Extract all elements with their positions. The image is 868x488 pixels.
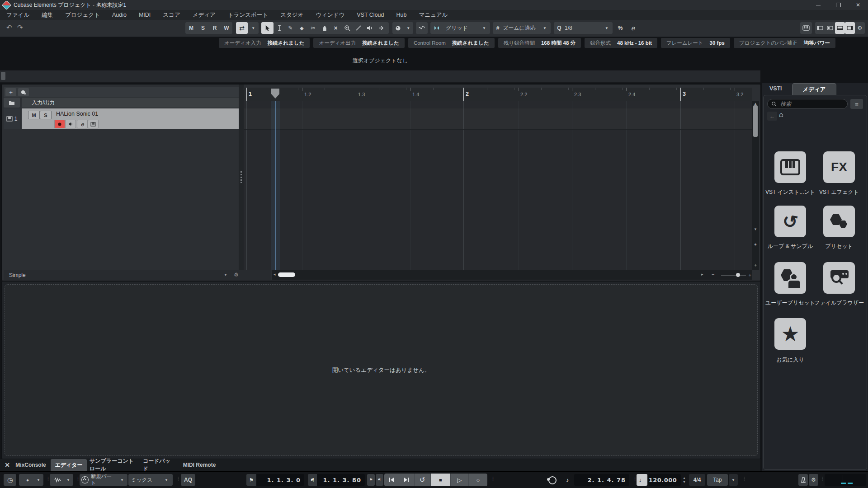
tile-vst-instruments[interactable] xyxy=(774,151,806,183)
grid-type-dropdown-icon[interactable]: ▼ xyxy=(539,22,551,34)
stop-button[interactable]: ■ xyxy=(431,474,451,486)
tempo-track-icon[interactable]: ♩ xyxy=(637,474,647,486)
curve-toggle-icon[interactable] xyxy=(416,22,428,34)
menu-hub[interactable]: Hub xyxy=(396,12,407,18)
tile-vst-effects[interactable]: FX xyxy=(823,151,855,183)
snap-toggle-icon[interactable] xyxy=(430,22,443,34)
back-arrow-icon[interactable]: ← xyxy=(767,112,777,121)
track-settings-gear-icon[interactable]: ⚙ xyxy=(234,272,239,278)
status-control-room[interactable]: Control Room接続されました xyxy=(408,38,495,48)
close-lower-zone-icon[interactable]: ✕ xyxy=(3,459,12,471)
tap-tempo-button[interactable]: Tap xyxy=(707,474,728,486)
list-view-icon[interactable]: ≡ xyxy=(850,99,863,109)
close-button[interactable]: ✕ xyxy=(848,0,868,10)
menu-window[interactable]: ウィンドウ xyxy=(316,11,344,19)
write-automation-button[interactable]: W xyxy=(221,22,232,34)
track-preset-button[interactable] xyxy=(18,88,29,96)
draw-tool-icon[interactable]: ✎ xyxy=(285,22,296,34)
metronome-button[interactable] xyxy=(798,474,808,486)
window-setup-gear-icon[interactable]: ⚙ xyxy=(855,22,865,34)
track-monitor-button[interactable] xyxy=(65,120,76,128)
autoscroll-dropdown-icon[interactable]: ▼ xyxy=(248,22,259,34)
right-locator-display[interactable]: 1. 1. 3. 80 xyxy=(317,474,365,486)
mute-all-button[interactable]: M xyxy=(185,22,197,34)
time-signature-display[interactable]: 4/4 xyxy=(689,474,705,486)
tab-sampler-control[interactable]: サンプラーコントロール xyxy=(90,459,137,471)
track-preset-name[interactable]: Simple xyxy=(9,272,26,278)
left-locator-display[interactable]: 1. 1. 3. 0 xyxy=(256,474,304,486)
bottom-zone-toggle-icon[interactable] xyxy=(835,22,845,34)
zoom-tool-icon[interactable] xyxy=(341,22,353,34)
event-display-area[interactable] xyxy=(244,101,752,270)
quantize-panel-icon[interactable]: e xyxy=(627,22,638,34)
media-search-box[interactable] xyxy=(767,99,848,109)
tab-media[interactable]: メディア xyxy=(792,83,836,95)
tile-loops-samples[interactable]: ↺ xyxy=(774,206,806,237)
solo-all-button[interactable]: S xyxy=(197,22,209,34)
range-tool-icon[interactable] xyxy=(274,22,285,34)
menu-score[interactable]: スコア xyxy=(163,11,180,19)
punch-in-button[interactable]: ⚑ xyxy=(367,474,375,486)
left-locator-flag-icon[interactable]: ⚑ xyxy=(246,474,256,486)
snap-type-value[interactable]: グリッド xyxy=(443,22,478,34)
scroll-left-icon[interactable]: ◂ xyxy=(274,272,276,277)
strip-handle[interactable] xyxy=(1,72,5,80)
add-track-button[interactable]: ＋ xyxy=(5,88,16,96)
read-automation-button[interactable]: R xyxy=(209,22,221,34)
menu-studio[interactable]: スタジオ xyxy=(280,11,303,19)
status-audio-input[interactable]: オーディオ入力接続されました xyxy=(219,38,310,48)
onscreen-keyboard-icon[interactable] xyxy=(800,22,812,34)
search-input[interactable] xyxy=(779,100,835,108)
midi-record-style-group[interactable]: ミックス ▼ xyxy=(128,474,173,486)
track-edit-button[interactable]: e xyxy=(77,120,88,128)
vertical-zoom-knob[interactable]: ● xyxy=(752,242,759,247)
menu-midi[interactable]: MIDI xyxy=(139,12,151,18)
horizontal-scroll-thumb[interactable] xyxy=(278,272,295,277)
scroll-down-icon[interactable]: ▼ xyxy=(752,227,759,231)
track-solo-button[interactable]: S xyxy=(40,111,52,119)
audio-mode-dropdown-icon[interactable]: ▼ xyxy=(65,478,72,482)
status-record-time[interactable]: 残り録音時間168 時間 48 分 xyxy=(498,38,581,48)
go-to-start-button[interactable] xyxy=(384,474,399,486)
snap-type-dropdown-icon[interactable]: ▼ xyxy=(478,22,490,34)
color-menu-dropdown-icon[interactable]: ▼ xyxy=(403,22,413,34)
swing-icon[interactable]: % xyxy=(615,22,626,34)
grid-type-value[interactable]: ズームに適応 xyxy=(503,22,539,34)
horizontal-zoom-slider[interactable] xyxy=(721,275,746,276)
auto-quantize-button[interactable]: AQ xyxy=(181,474,195,486)
status-record-format[interactable]: 録音形式48 kHz - 16 bit xyxy=(585,38,657,48)
play-tool-icon[interactable] xyxy=(364,22,375,34)
timeline-ruler[interactable]: 1 1.2 1.3 1.4 2 2.2 2.3 2.4 3 3.2 xyxy=(244,88,752,101)
midi-record-mode-group[interactable]: 新規パート ▼ xyxy=(80,474,127,486)
menu-audio[interactable]: Audio xyxy=(112,12,127,18)
preset-dropdown-icon[interactable]: ▼ xyxy=(224,273,227,277)
tracklist-splitter[interactable] xyxy=(239,84,244,280)
status-audio-output[interactable]: オーディオ出力接続されました xyxy=(313,38,404,48)
cycle-button[interactable]: ↺ xyxy=(415,474,431,486)
menu-file[interactable]: ファイル xyxy=(6,11,29,19)
retrospective-record-icon[interactable] xyxy=(547,475,557,485)
track-name[interactable]: HALion Sonic 01 xyxy=(56,111,98,117)
minimize-button[interactable] xyxy=(808,0,828,10)
tile-presets[interactable] xyxy=(823,206,855,237)
menu-manual[interactable]: マニュアル xyxy=(419,11,448,19)
line-tool-icon[interactable] xyxy=(353,22,364,34)
tab-midi-remote[interactable]: MIDI Remote xyxy=(180,459,219,471)
status-pan-law[interactable]: プロジェクトのパン補正均等パワー xyxy=(734,38,835,48)
autoscroll-icon[interactable]: ⇄ xyxy=(236,22,248,34)
undo-icon[interactable]: ↶ xyxy=(6,23,12,32)
record-mode-dropdown-icon[interactable]: ▼ xyxy=(35,478,42,482)
menu-transport[interactable]: トランスポート xyxy=(228,11,268,19)
zoom-out-icon[interactable]: − xyxy=(712,272,714,277)
horizontal-scrollbar[interactable]: ◂ ▸ − ＋ xyxy=(272,270,752,280)
glue-tool-icon[interactable] xyxy=(319,22,330,34)
split-tool-icon[interactable]: ✂ xyxy=(307,22,319,34)
redo-icon[interactable]: ↷ xyxy=(17,23,23,32)
primary-time-display[interactable]: 2. 1. 4. 78 xyxy=(574,474,629,486)
common-record-modes-icon[interactable]: ◷ xyxy=(4,474,16,486)
vertical-scroll-thumb[interactable] xyxy=(753,105,758,137)
left-zone-toggle-icon[interactable] xyxy=(815,22,825,34)
mute-tool-icon[interactable]: × xyxy=(330,22,341,34)
tempo-display[interactable]: 120.000 xyxy=(648,474,681,486)
scroll-right-icon[interactable]: ▸ xyxy=(701,272,703,277)
